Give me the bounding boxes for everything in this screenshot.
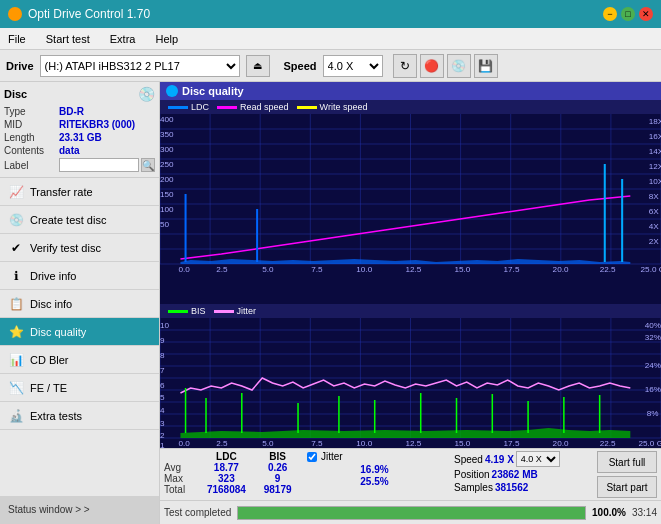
svg-text:5.0: 5.0 [262,265,274,274]
menu-file[interactable]: File [4,31,30,47]
nav-drive-info[interactable]: ℹ Drive info [0,262,159,290]
jitter-label: Jitter [321,451,343,462]
nav-create-test-disc[interactable]: 💿 Create test disc [0,206,159,234]
max-jitter: 25.5% [307,476,442,487]
svg-text:22.5: 22.5 [600,439,616,448]
stats-total-ldc: 7168084 [196,484,256,495]
svg-text:17.5: 17.5 [504,265,520,274]
speed-select-stats[interactable]: 4.0 X [516,451,560,467]
svg-text:40%: 40% [645,321,661,330]
menu-start-test[interactable]: Start test [42,31,94,47]
stats-avg-label: Avg [164,462,196,473]
svg-text:24%: 24% [645,361,661,370]
nav-disc-info[interactable]: 📋 Disc info [0,290,159,318]
stats-right: Speed 4.19 X 4.0 X Position 23862 MB Sam… [450,451,593,498]
burn-icon[interactable]: 🔴 [420,54,444,78]
close-button[interactable]: ✕ [639,7,653,21]
top-chart: 18X 16X 14X 12X 10X 8X 6X 4X 2X 400 350 … [160,114,661,304]
bis-chart-svg: 40% 32% 24% 16% 8% 10 9 8 7 6 5 4 3 2 1 [160,318,661,448]
status-window-button[interactable]: Status window > > [0,496,159,524]
drive-select[interactable]: (H:) ATAPI iHBS312 2 PL17 [40,55,240,77]
disc-type-row: Type BD-R [4,105,155,118]
disc-contents-row: Contents data [4,144,155,157]
svg-text:2X: 2X [649,237,660,246]
window-controls: − □ ✕ [603,7,653,21]
bottom-chart: 40% 32% 24% 16% 8% 10 9 8 7 6 5 4 3 2 1 [160,318,661,448]
label-icon[interactable]: 🔍 [141,158,155,172]
main-content: Disc 💿 Type BD-R MID RITEKBR3 (000) Leng… [0,82,661,524]
jitter-checkbox[interactable] [307,452,317,462]
stats-max-label: Max [164,473,196,484]
svg-text:22.5: 22.5 [600,265,616,274]
status-text: Test completed [164,507,231,518]
progress-bar-fill [238,507,585,519]
stats-max-row: Max 323 9 [164,473,299,484]
maximize-button[interactable]: □ [621,7,635,21]
nav-extra-tests[interactable]: 🔬 Extra tests [0,402,159,430]
nav-verify-test-disc-label: Verify test disc [30,242,101,254]
nav-fe-te[interactable]: 📉 FE / TE [0,374,159,402]
svg-text:9: 9 [160,336,165,345]
nav-transfer-rate[interactable]: 📈 Transfer rate [0,178,159,206]
stats-bar: LDC BIS Avg 18.77 0.26 Max 323 9 Total [160,448,661,500]
menu-extra[interactable]: Extra [106,31,140,47]
disc-mid-key: MID [4,119,59,130]
disc-label-input[interactable] [59,158,139,172]
start-part-button[interactable]: Start part [597,476,657,498]
content-area: Disc quality LDC Read speed Write speed [160,82,661,524]
nav-disc-quality[interactable]: ⭐ Disc quality [0,318,159,346]
refresh-icon[interactable]: ↻ [393,54,417,78]
stats-h-ldc: LDC [196,451,256,462]
svg-text:10X: 10X [649,177,661,186]
position-label: Position [454,469,490,480]
toolbar-icons: ↻ 🔴 💿 💾 [393,54,498,78]
jitter-legend: Jitter [214,306,257,316]
nav-cd-bler[interactable]: 📊 CD Bler [0,346,159,374]
stats-total-row: Total 7168084 98179 [164,484,299,495]
svg-text:400: 400 [160,115,174,124]
speed-select[interactable]: 4.0 X [323,55,383,77]
verify-test-disc-icon: ✔ [8,240,24,256]
disc-mid-val: RITEKBR3 (000) [59,119,135,130]
svg-text:17.5: 17.5 [504,439,520,448]
stats-total-label: Total [164,484,196,495]
drive-label: Drive [6,60,34,72]
svg-text:32%: 32% [645,333,661,342]
bottom-chart-legend: BIS Jitter [160,304,661,318]
drive-bar: Drive (H:) ATAPI iHBS312 2 PL17 ⏏ Speed … [0,50,661,82]
svg-text:4: 4 [160,406,165,415]
start-full-button[interactable]: Start full [597,451,657,473]
svg-text:0.0: 0.0 [178,439,190,448]
svg-text:8X: 8X [649,192,660,201]
save-icon[interactable]: 💾 [474,54,498,78]
menu-help[interactable]: Help [151,31,182,47]
disc-icon[interactable]: 💿 [447,54,471,78]
minimize-button[interactable]: − [603,7,617,21]
svg-text:200: 200 [160,175,174,184]
svg-text:5.0: 5.0 [262,439,274,448]
read-speed-legend: Read speed [217,102,289,112]
svg-text:10.0: 10.0 [356,265,372,274]
nav-disc-info-label: Disc info [30,298,72,310]
stats-avg-row: Avg 18.77 0.26 [164,462,299,473]
nav-disc-quality-label: Disc quality [30,326,86,338]
eject-button[interactable]: ⏏ [246,55,270,77]
disc-length-val: 23.31 GB [59,132,102,143]
svg-text:25.0 GB: 25.0 GB [639,439,661,448]
svg-text:3: 3 [160,419,165,428]
nav-verify-test-disc[interactable]: ✔ Verify test disc [0,234,159,262]
avg-jitter: 16.9% [307,464,442,475]
svg-text:6X: 6X [649,207,660,216]
time-display: 33:14 [632,507,657,518]
svg-text:16X: 16X [649,132,661,141]
disc-label-row: Label 🔍 [4,157,155,173]
bis-legend: BIS [168,306,206,316]
svg-text:12.5: 12.5 [405,439,421,448]
top-chart-legend: LDC Read speed Write speed [160,100,661,114]
disc-panel-header: Disc 💿 [4,86,155,102]
svg-text:6: 6 [160,381,165,390]
svg-text:15.0: 15.0 [454,439,470,448]
disc-length-row: Length 23.31 GB [4,131,155,144]
svg-text:10.0: 10.0 [356,439,372,448]
stats-total-bis: 98179 [256,484,299,495]
